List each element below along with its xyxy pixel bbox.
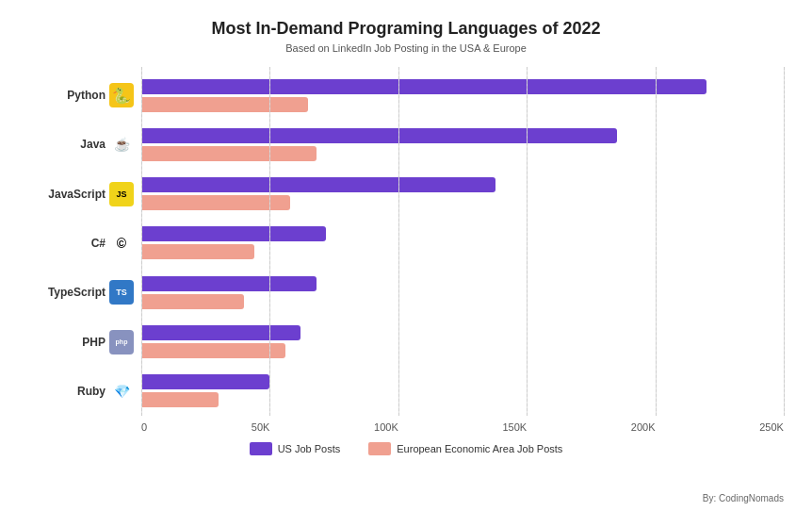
bar-group-c# xyxy=(141,221,784,266)
us-bar-row xyxy=(141,128,784,143)
eu-bar-row xyxy=(141,97,784,112)
eu-bar xyxy=(141,195,290,210)
us-bar-row xyxy=(141,226,784,241)
lang-icon-javascript: JS xyxy=(109,182,134,206)
bar-group-java xyxy=(141,122,784,167)
y-label-text: PHP xyxy=(82,336,106,349)
us-bar xyxy=(141,79,706,94)
y-label-group: PHPphp xyxy=(82,320,134,365)
y-label-group: Python🐍 xyxy=(67,73,134,118)
legend-us-label: US Job Posts xyxy=(278,443,341,454)
lang-icon-c#: © xyxy=(109,231,134,256)
legend: US Job Posts European Economic Area Job … xyxy=(28,442,784,455)
y-label-text: Ruby xyxy=(77,385,106,398)
eu-bar-row xyxy=(141,343,784,358)
y-label-group: Java☕ xyxy=(80,122,134,167)
eu-bar xyxy=(141,392,219,407)
eu-bar-row xyxy=(141,294,784,309)
x-axis-label: 150K xyxy=(502,421,527,433)
eu-bar-row xyxy=(141,195,784,210)
legend-eu-label: European Economic Area Job Posts xyxy=(397,443,562,454)
us-bar-row xyxy=(141,374,784,389)
us-bar-row xyxy=(141,325,784,340)
y-label-text: TypeScript xyxy=(48,286,106,299)
lang-icon-php: php xyxy=(109,330,134,354)
chart-subtitle: Based on LinkedIn Job Posting in the USA… xyxy=(28,42,784,54)
eu-bar-row xyxy=(141,146,784,161)
us-bar-row xyxy=(141,177,784,192)
lang-icon-ruby: 💎 xyxy=(109,379,134,404)
bar-group-ruby xyxy=(141,369,784,414)
legend-us-box xyxy=(250,442,272,455)
bar-group-typescript xyxy=(141,270,784,315)
y-label-group: Ruby💎 xyxy=(77,369,134,414)
bar-group-javascript xyxy=(141,172,784,217)
us-bar xyxy=(141,325,300,340)
lang-icon-typescript: TS xyxy=(109,280,134,305)
y-label-text: C# xyxy=(91,237,106,250)
y-label-text: Java xyxy=(80,138,106,151)
x-axis-label: 0 xyxy=(141,421,147,433)
bar-group-python xyxy=(141,73,784,118)
eu-bar-row xyxy=(141,392,784,407)
us-bar xyxy=(141,276,317,291)
us-bar xyxy=(141,374,269,389)
y-label-text: Python xyxy=(67,89,106,102)
x-axis-label: 250K xyxy=(759,421,784,433)
chart-area: Python🐍Java☕JavaScriptJSC#©TypeScriptTSP… xyxy=(28,67,784,416)
y-label-group: C#© xyxy=(91,221,134,266)
eu-bar xyxy=(141,343,285,358)
y-label-group: TypeScriptTS xyxy=(48,270,134,315)
eu-bar xyxy=(141,146,317,161)
us-bar-row xyxy=(141,276,784,291)
us-bar xyxy=(141,177,495,192)
bars-area xyxy=(141,67,784,416)
eu-bar-row xyxy=(141,244,784,259)
chart-container: Most In-Demand Programing Languages of 2… xyxy=(0,0,812,511)
x-axis: 050K100K150K200K250K xyxy=(141,416,784,433)
eu-bar xyxy=(141,294,244,309)
y-labels: Python🐍Java☕JavaScriptJSC#©TypeScriptTSP… xyxy=(28,67,141,416)
eu-bar xyxy=(141,244,254,259)
chart-title: Most In-Demand Programing Languages of 2… xyxy=(28,19,784,39)
lang-icon-python: 🐍 xyxy=(109,83,134,107)
by-text: By: CodingNomads xyxy=(703,493,784,503)
eu-bar xyxy=(141,97,308,112)
legend-eu: European Economic Area Job Posts xyxy=(368,442,562,455)
us-bar xyxy=(141,128,617,143)
grid-line xyxy=(784,67,785,416)
x-axis-label: 50K xyxy=(252,421,270,433)
lang-icon-java: ☕ xyxy=(109,132,134,157)
y-label-group: JavaScriptJS xyxy=(48,172,134,217)
us-bar-row xyxy=(141,79,784,94)
bar-group-php xyxy=(141,320,784,365)
x-axis-label: 200K xyxy=(631,421,656,433)
us-bar xyxy=(141,226,326,241)
y-label-text: JavaScript xyxy=(48,188,106,201)
x-axis-label: 100K xyxy=(374,421,398,433)
legend-eu-box xyxy=(368,442,391,455)
legend-us: US Job Posts xyxy=(250,442,341,455)
